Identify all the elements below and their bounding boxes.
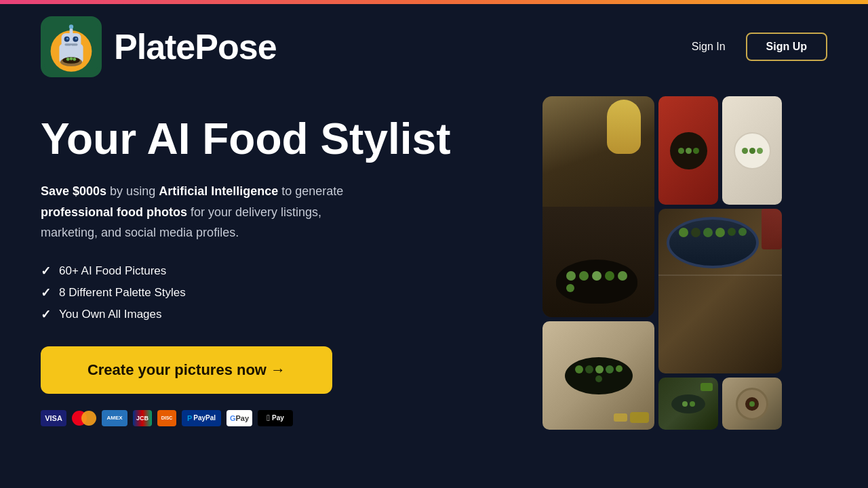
header: PlatePose Sign In Sign Up (0, 4, 868, 89)
feature-label-1: 60+ AI Food Pictures (59, 264, 166, 278)
professional-highlight: professional food photos (41, 205, 187, 219)
ai-highlight: Artificial Intelligence (159, 184, 278, 198)
svg-point-15 (73, 58, 76, 61)
check-icon-1: ✓ (41, 264, 51, 279)
payment-icons: VISA AMEX JCB DISC P PayPal G Pay  Pay (41, 410, 515, 426)
app-title: PlatePose (114, 26, 277, 67)
gpay-payment-icon: G Pay (226, 410, 252, 426)
feature-item-1: ✓ 60+ AI Food Pictures (41, 264, 515, 279)
logo-area: PlatePose (41, 16, 277, 77)
cta-button[interactable]: Create your pictures now → (41, 346, 332, 394)
feature-item-2: ✓ 8 Different Palette Styles (41, 285, 515, 300)
svg-point-6 (66, 37, 68, 39)
paypal-payment-icon: P PayPal (182, 410, 221, 426)
svg-point-14 (70, 57, 73, 60)
food-image-br1 (658, 378, 718, 430)
save-text: Save $000s (41, 184, 106, 198)
food-image-br2 (722, 378, 782, 430)
visa-payment-icon: VISA (41, 410, 66, 426)
food-image-tr1 (658, 96, 718, 205)
features-list: ✓ 60+ AI Food Pictures ✓ 8 Different Pal… (41, 264, 515, 322)
food-image-tr2 (722, 96, 782, 205)
amex-payment-icon: AMEX (102, 410, 127, 426)
feature-label-2: 8 Different Palette Styles (59, 286, 186, 300)
food-image-bottom-left (542, 321, 654, 430)
svg-point-9 (69, 24, 73, 28)
jcb-payment-icon: JCB (133, 410, 152, 426)
image-gallery (542, 96, 760, 430)
feature-label-3: You Own All Images (59, 308, 162, 321)
logo-icon (41, 16, 102, 77)
desc-part2: by using (110, 184, 159, 198)
main-food-image (542, 96, 654, 317)
hero-left-section: Your AI Food Stylist Save $000s by using… (41, 103, 515, 426)
food-image-middle (658, 209, 782, 373)
hero-description: Save $000s by using Artificial Intellige… (41, 181, 353, 243)
check-icon-2: ✓ (41, 285, 51, 300)
mastercard-payment-icon (72, 410, 96, 426)
svg-point-7 (75, 37, 77, 39)
discover-payment-icon: DISC (157, 410, 176, 426)
sign-up-button[interactable]: Sign Up (746, 33, 827, 61)
feature-item-3: ✓ You Own All Images (41, 307, 515, 322)
desc-part3: to generate (281, 184, 343, 198)
image-grid (542, 96, 760, 430)
robot-logo-svg (44, 20, 98, 74)
hero-title: Your AI Food Stylist (41, 117, 515, 162)
check-icon-3: ✓ (41, 307, 51, 322)
svg-point-13 (66, 58, 70, 61)
main-content: Your AI Food Stylist Save $000s by using… (0, 89, 868, 430)
applepay-payment-icon:  Pay (258, 410, 293, 426)
nav-buttons: Sign In Sign Up (692, 33, 827, 61)
sign-in-button[interactable]: Sign In (692, 41, 726, 53)
